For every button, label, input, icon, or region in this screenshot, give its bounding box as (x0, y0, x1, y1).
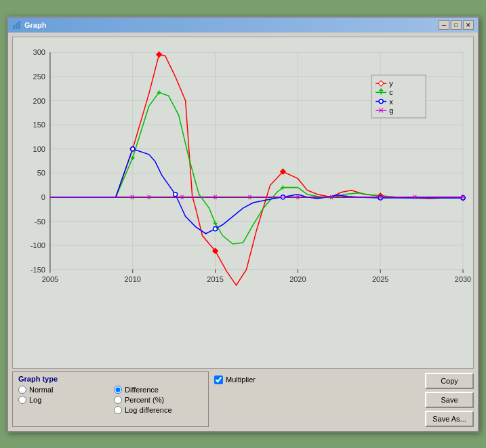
title-bar: Graph ─ □ ✕ (8, 18, 478, 33)
radio-percent-label: Percent (%) (125, 396, 164, 404)
svg-point-96 (379, 99, 383, 103)
svg-text:2015: 2015 (207, 274, 223, 283)
controls-area: Graph type Normal Difference Log (12, 371, 474, 427)
svg-text:2030: 2030 (455, 274, 471, 283)
main-window: Graph ─ □ ✕ 300 250 (7, 16, 479, 432)
svg-text:2025: 2025 (372, 274, 388, 283)
radio-difference-input[interactable] (114, 386, 122, 394)
window-body: 300 250 200 150 100 50 0 (8, 33, 478, 431)
multiplier-checkbox-row[interactable]: Multiplier (214, 375, 256, 384)
svg-rect-2 (18, 21, 20, 29)
svg-rect-1 (16, 23, 18, 29)
radio-percent-input[interactable] (114, 396, 122, 404)
graph-type-title: Graph type (18, 375, 203, 383)
copy-button[interactable]: Copy (425, 373, 474, 389)
svg-point-63 (378, 195, 382, 199)
svg-point-59 (131, 146, 135, 150)
svg-text:150: 150 (33, 121, 45, 129)
svg-text:x: x (389, 97, 393, 105)
radio-difference-label: Difference (125, 386, 159, 394)
title-controls: ─ □ ✕ (439, 20, 474, 30)
radio-difference[interactable]: Difference (114, 386, 203, 394)
svg-text:-50: -50 (35, 217, 45, 225)
svg-text:g: g (389, 106, 393, 114)
maximize-button[interactable]: □ (451, 20, 462, 30)
svg-text:2005: 2005 (42, 274, 58, 283)
svg-text:200: 200 (33, 96, 45, 104)
svg-point-60 (174, 192, 178, 196)
radio-log-difference-input[interactable] (114, 406, 122, 414)
radio-log[interactable]: Log (18, 396, 107, 404)
svg-text:250: 250 (33, 72, 45, 80)
svg-text:100: 100 (33, 144, 45, 152)
svg-text:-100: -100 (31, 241, 45, 249)
save-as-button[interactable]: Save As... (425, 411, 474, 427)
svg-text:2010: 2010 (125, 274, 141, 283)
radio-log-difference-label: Log difference (125, 406, 172, 414)
svg-rect-0 (13, 25, 15, 29)
window-title: Graph (24, 21, 46, 29)
svg-text:2020: 2020 (289, 274, 306, 283)
minimize-button[interactable]: ─ (439, 20, 449, 30)
radio-grid: Normal Difference Log Percent (%) (18, 386, 203, 414)
svg-point-64 (461, 195, 465, 199)
multiplier-area: Multiplier (214, 371, 420, 427)
radio-normal-label: Normal (29, 386, 53, 394)
svg-text:50: 50 (37, 169, 45, 177)
radio-log-input[interactable] (18, 396, 26, 404)
close-button[interactable]: ✕ (463, 20, 474, 30)
buttons-area: Copy Save Save As... (425, 371, 474, 427)
svg-text:-150: -150 (31, 265, 45, 273)
chart-svg: 300 250 200 150 100 50 0 (13, 37, 473, 368)
radio-normal[interactable]: Normal (18, 386, 107, 394)
multiplier-checkbox[interactable] (214, 375, 223, 384)
svg-text:y: y (389, 79, 393, 87)
multiplier-label: Multiplier (226, 375, 256, 384)
radio-log-label: Log (29, 396, 41, 404)
radio-log-difference[interactable]: Log difference (114, 406, 203, 414)
title-bar-left: Graph (12, 20, 46, 30)
svg-text:c: c (389, 88, 393, 96)
svg-point-61 (214, 226, 218, 230)
chart-icon (12, 20, 22, 30)
save-button[interactable]: Save (425, 392, 474, 408)
radio-percent[interactable]: Percent (%) (114, 396, 203, 404)
radio-normal-input[interactable] (18, 386, 26, 394)
svg-text:0: 0 (41, 192, 45, 201)
chart-area: 300 250 200 150 100 50 0 (12, 37, 474, 369)
graph-type-box: Graph type Normal Difference Log (12, 371, 209, 427)
svg-text:300: 300 (33, 48, 45, 56)
